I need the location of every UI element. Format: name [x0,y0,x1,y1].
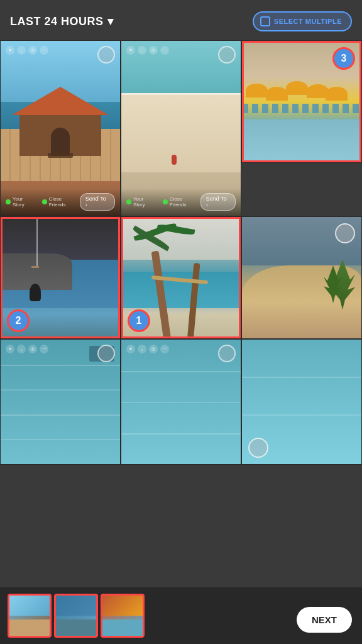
your-story-label-2: Your Story [133,196,156,208]
photo-cell-dunes[interactable] [241,216,362,339]
photo-cell-swing[interactable]: 2 [0,216,121,339]
swing-rope [36,217,38,267]
icon-download-3: ↓ [17,345,26,353]
icon-share-2: ◎ [149,46,158,55]
story-top-icons-3: ✕ ↓ ◎ ⋯ [6,345,48,353]
icon-more-3: ⋯ [40,345,48,353]
unselected-circle-dunes [335,223,355,243]
send-to-button-2[interactable]: Send To › [200,193,236,211]
green-dot-3 [126,199,131,204]
icon-x-3: ✕ [6,345,14,353]
icon-download-4: ↓ [138,345,146,353]
icon-x-2: ✕ [126,46,135,55]
select-multiple-label: SELECT MULTIPLE [274,18,342,25]
close-friends-label: Close Friends [49,196,80,208]
badge-number-1: 1 [136,315,142,326]
photo-cell-umbrellas[interactable]: 3 [241,40,362,163]
bottom-story-cell-1[interactable]: ✕ ↓ ◎ ⋯ [0,339,121,465]
story-top-icons: ✕ ↓ ◎ ⋯ [6,46,48,55]
icon-download: ↓ [17,46,26,55]
selection-badge-1: 1 [128,309,150,332]
icon-x: ✕ [6,46,14,55]
checkbox-icon [260,16,270,26]
photo-cell-palms[interactable]: 1 [121,216,241,339]
thumbnail-strip: NEXT [0,587,362,644]
next-button[interactable]: NEXT [297,607,352,633]
close-friends-option-2: Close Friends [163,196,200,208]
story-top-icons-2: ✕ ↓ ◎ ⋯ [126,46,169,55]
green-dot [6,199,11,204]
header: LAST 24 HOURS ▾ SELECT MULTIPLE [0,0,362,40]
badge-number-2: 2 [16,315,21,326]
icon-x-4: ✕ [126,345,135,353]
swing-seat [31,266,39,268]
chevron-down-icon: ▾ [107,14,114,28]
send-to-button[interactable]: Send To › [80,193,115,211]
unselected-circle-pool3 [248,438,268,458]
your-story-option-2: Your Story [126,196,156,208]
icon-share-3: ◎ [28,345,37,353]
icon-more-4: ⋯ [160,345,169,353]
green-dot-2 [42,199,47,204]
story-overlay: Your Story Close Friends Send To › [1,188,120,216]
selection-badge-2: 2 [7,309,30,332]
green-dot-4 [163,199,168,204]
story-avatar-circle [97,46,115,64]
story-overlay-2: Your Story Close Friends Send To › [121,188,241,216]
bottom-story-cell-2[interactable]: ✕ ↓ ◎ ⋯ [121,339,241,465]
your-story-label: Your Story [13,196,36,208]
story-info: Your Story Close Friends [6,196,80,208]
your-story-option: Your Story [6,196,36,208]
select-multiple-button[interactable]: SELECT MULTIPLE [253,11,352,31]
send-to-label-2: Send To › [206,196,230,208]
badge-number-3: 3 [341,53,347,64]
icon-more: ⋯ [40,46,48,55]
icon-share-4: ◎ [149,345,158,353]
close-friends-option: Close Friends [42,196,80,208]
bottom-story-cell-3[interactable] [241,339,362,465]
thumbnail-3[interactable] [101,594,145,638]
icon-more-2: ⋯ [160,46,169,55]
photo-grid: ✕ ↓ ◎ ⋯ Your Story Close Friends Send To… [0,40,362,465]
close-friends-label-2: Close Friends [170,196,200,208]
selection-badge-3: 3 [332,47,355,70]
story-cell-beach-aerial[interactable]: ✕ ↓ ◎ ⋯ Your Story Close Friends Send To… [121,40,241,216]
send-to-label: Send To › [85,196,109,208]
icon-download-2: ↓ [138,46,146,55]
story-avatar-circle-3 [97,345,115,362]
story-top-icons-4: ✕ ↓ ◎ ⋯ [126,345,169,353]
story-avatar-circle-4 [218,345,236,362]
story-cell-overwater[interactable]: ✕ ↓ ◎ ⋯ Your Story Close Friends Send To… [0,40,121,216]
header-title-group[interactable]: LAST 24 HOURS ▾ [10,14,113,28]
thumbnail-2[interactable] [54,594,98,638]
page-title: LAST 24 HOURS [10,15,104,28]
person-dot [172,155,177,165]
story-avatar-circle-2 [218,46,236,64]
icon-share: ◎ [28,46,37,55]
thumbnail-1[interactable] [8,594,52,638]
story-info-2: Your Story Close Friends [126,196,200,208]
